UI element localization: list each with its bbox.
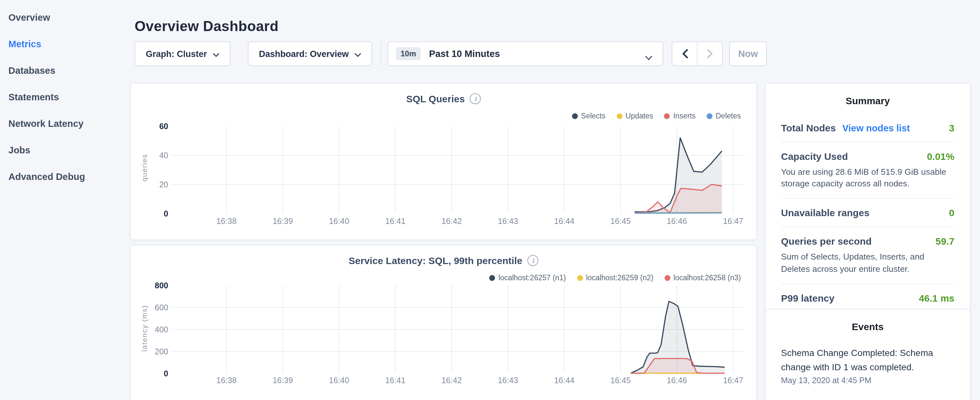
controls-divider [380, 41, 381, 66]
time-pager [672, 41, 723, 66]
dashboard-dropdown-label: Dashboard: Overview [259, 49, 349, 59]
sql-queries-card: SQL Queries i SelectsUpdatesInsertsDelet… [130, 83, 757, 240]
time-range-label: Past 10 Minutes [429, 49, 500, 59]
chevron-down-icon [355, 48, 361, 59]
y-tick-label: 600 [155, 303, 168, 312]
summary-row-p99-latency: P99 latency 46.1 ms [781, 284, 955, 312]
summary-row-value: 0 [949, 207, 955, 218]
service-latency-chart[interactable]: 020040060080016:3816:3916:4016:4116:4216… [131, 245, 758, 394]
sidebar-item-jobs[interactable]: Jobs [0, 137, 129, 164]
y-tick-label: 0 [164, 209, 168, 218]
sidebar-item-databases[interactable]: Databases [0, 57, 129, 84]
summary-row-value: 3 [949, 122, 955, 133]
y-tick-label: 400 [155, 325, 168, 334]
y-tick-label: 20 [159, 180, 168, 189]
summary-row-capacity-used: Capacity Used 0.01% You are using 28.6 M… [781, 142, 955, 198]
time-range-preset-badge: 10m [396, 47, 421, 60]
summary-row-description: Sum of Selects, Updates, Inserts, and De… [781, 252, 955, 275]
summary-row-label: P99 latency [781, 293, 834, 304]
summary-row-value: 0.01% [927, 151, 955, 162]
summary-row-value: 46.1 ms [919, 293, 955, 304]
page-title: Overview Dashboard [135, 18, 278, 35]
x-tick-label: 16:44 [554, 217, 574, 226]
x-tick-label: 16:44 [554, 376, 574, 385]
x-tick-label: 16:43 [498, 376, 518, 385]
x-tick-label: 16:39 [273, 217, 293, 226]
y-tick-label: 0 [164, 369, 168, 378]
summary-row-label: Total Nodes [781, 122, 836, 133]
service-latency-card: Service Latency: SQL, 99th percentile i … [130, 245, 757, 400]
sidebar-item-advanced-debug[interactable]: Advanced Debug [0, 164, 129, 190]
x-tick-label: 16:41 [385, 376, 406, 385]
summary-row-label: Capacity Used [781, 151, 848, 162]
x-tick-label: 16:39 [273, 376, 293, 385]
events-title: Events [781, 309, 955, 332]
event-item[interactable]: Schema Change Completed: Schema change w… [781, 346, 955, 386]
chevron-left-icon [682, 49, 687, 58]
event-message: Schema Change Completed: Schema change w… [781, 346, 955, 375]
x-tick-label: 16:38 [216, 217, 237, 226]
summary-row-total-nodes: Total Nodes View nodes list 3 [781, 114, 955, 142]
event-timestamp: May 13, 2020 at 4:45 PM [781, 376, 955, 386]
chevron-down-icon [213, 48, 220, 59]
x-tick-label: 16:46 [667, 217, 687, 226]
now-button[interactable]: Now [729, 41, 767, 66]
sidebar-item-statements[interactable]: Statements [0, 84, 129, 111]
y-tick-label: 200 [155, 347, 168, 356]
x-tick-label: 16:40 [329, 217, 349, 226]
x-tick-label: 16:43 [498, 217, 518, 226]
graph-scope-dropdown[interactable]: Graph: Cluster [135, 41, 231, 66]
summary-row-queries-per-second: Queries per second 59.7 Sum of Selects, … [781, 227, 955, 284]
graph-scope-dropdown-label: Graph: Cluster [146, 49, 207, 59]
sidebar-item-metrics[interactable]: Metrics [0, 31, 129, 57]
x-tick-label: 16:45 [611, 376, 631, 385]
summary-panel: Summary Total Nodes View nodes list 3 Ca… [765, 83, 970, 317]
chevron-down-icon [645, 51, 652, 63]
events-panel: Events Schema Change Completed: Schema c… [765, 309, 970, 400]
x-tick-label: 16:42 [442, 376, 462, 385]
x-tick-label: 16:47 [723, 217, 743, 226]
x-tick-label: 16:45 [611, 217, 631, 226]
time-prev-button[interactable] [672, 42, 698, 65]
x-tick-label: 16:40 [329, 376, 349, 385]
dashboard-dropdown[interactable]: Dashboard: Overview [248, 41, 372, 66]
view-nodes-list-link[interactable]: View nodes list [842, 123, 910, 133]
x-tick-label: 16:47 [723, 376, 743, 385]
y-tick-label: 800 [155, 281, 168, 290]
summary-row-unavailable-ranges: Unavailable ranges 0 [781, 198, 955, 227]
y-tick-label: 40 [159, 151, 168, 160]
sidebar-item-network-latency[interactable]: Network Latency [0, 111, 129, 137]
time-range-select[interactable]: 10m Past 10 Minutes [388, 41, 663, 66]
summary-row-description: You are using 28.6 MiB of 515.9 GiB usab… [781, 166, 955, 190]
sidebar: Overview Metrics Databases Statements Ne… [0, 0, 129, 190]
chevron-right-icon [707, 49, 713, 58]
summary-row-value: 59.7 [935, 236, 955, 247]
summary-title: Summary [781, 83, 955, 106]
time-next-button[interactable] [698, 42, 722, 65]
x-tick-label: 16:42 [442, 217, 462, 226]
sql-queries-chart[interactable]: 020406016:3816:3916:4016:4116:4216:4316:… [131, 83, 758, 239]
summary-row-label: Unavailable ranges [781, 207, 869, 218]
x-tick-label: 16:41 [385, 217, 406, 226]
sidebar-item-overview[interactable]: Overview [0, 5, 129, 31]
x-tick-label: 16:46 [667, 376, 687, 385]
x-tick-label: 16:38 [216, 376, 237, 385]
summary-row-label: Queries per second [781, 236, 872, 247]
db-console-page: Overview Metrics Databases Statements Ne… [0, 0, 980, 400]
y-tick-label: 60 [159, 122, 168, 131]
